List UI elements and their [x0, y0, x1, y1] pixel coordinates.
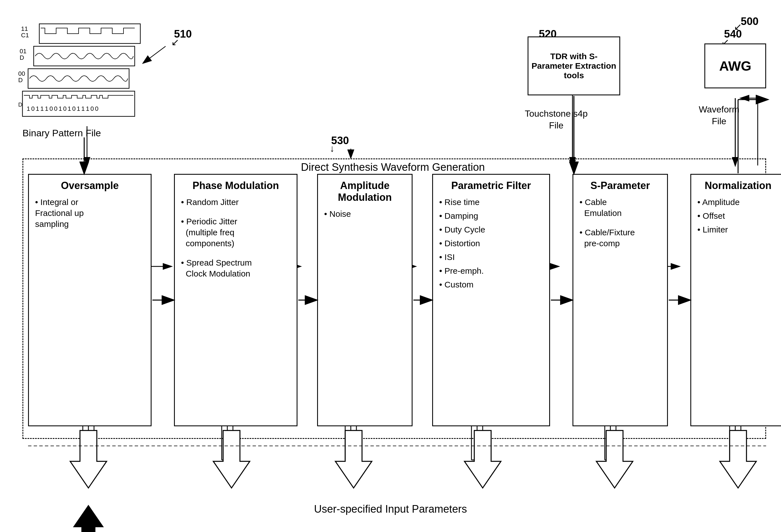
svg-marker-73	[720, 431, 756, 488]
normalization-item-1: • Amplitude	[697, 196, 740, 208]
ref-500: 500	[741, 15, 758, 28]
s-parameter-block: S-Parameter • Cable Emulation • Cable/Fi…	[573, 174, 668, 426]
svg-text:D: D	[18, 77, 23, 84]
parametric-filter-title: Parametric Filter	[439, 180, 543, 191]
oversample-block: Oversample • Integral orFractional upsam…	[28, 174, 152, 426]
s-parameter-title: S-Parameter	[579, 180, 661, 191]
svg-text:00: 00	[18, 70, 25, 77]
svg-marker-72	[597, 431, 633, 488]
phase-mod-item-2: • Periodic Jitter (multiple freq compone…	[181, 216, 237, 249]
amplitude-mod-block: Amplitude Modulation • Noise	[317, 174, 413, 426]
normalization-block: Normalization • Amplitude • Offset • Lim…	[690, 174, 781, 426]
touchstone-label: Touchstone s4pFile	[525, 108, 588, 131]
svg-text:11: 11	[21, 25, 28, 32]
parametric-filter-item-3: • Duty Cycle	[439, 224, 485, 235]
svg-text:1011100101011100: 1011100101011100	[27, 105, 99, 112]
svg-marker-68	[70, 431, 107, 488]
s-parameter-item-1: • Cable Emulation	[579, 196, 622, 218]
parametric-filter-item-1: • Rise time	[439, 196, 480, 208]
awg-label: AWG	[719, 58, 751, 74]
phase-mod-block: Phase Modulation • Random Jitter • Perio…	[174, 174, 297, 426]
tdr-label: TDR with S-Parameter Extraction tools	[531, 52, 617, 80]
amplitude-mod-item-1: • Noise	[324, 208, 351, 219]
svg-marker-69	[213, 431, 250, 488]
normalization-item-2: • Offset	[697, 210, 725, 221]
phase-mod-item-1: • Random Jitter	[181, 196, 239, 208]
awg-box: AWG	[704, 43, 766, 88]
svg-marker-71	[464, 431, 501, 488]
oversample-title: Oversample	[35, 180, 145, 191]
s-parameter-item-2: • Cable/Fixture pre-comp	[579, 227, 635, 249]
parametric-filter-item-4: • Distortion	[439, 238, 480, 249]
diagram-container: 500 ↙ 510 ↙ 520 530 ↓ 540 ↙ 11 C1 01 D 0…	[0, 0, 781, 532]
phase-mod-title: Phase Modulation	[181, 180, 290, 191]
svg-text:C1: C1	[21, 32, 29, 39]
binary-pattern-file-label: Binary Pattern File	[23, 128, 101, 138]
waveform-illustration: 11 C1 01 D 00 D D 1011100101011100	[17, 18, 152, 125]
svg-text:D: D	[18, 101, 22, 108]
direct-synthesis-label: Direct Synthesis Waveform Generation	[253, 161, 533, 173]
svg-rect-54	[23, 91, 135, 117]
normalization-item-3: • Limiter	[697, 224, 728, 235]
parametric-filter-item-5: • ISI	[439, 252, 455, 263]
waveform-file-label: WaveformFile	[699, 104, 739, 127]
svg-text:01: 01	[19, 48, 26, 55]
parametric-filter-item-2: • Damping	[439, 210, 478, 221]
amplitude-mod-title: Amplitude Modulation	[324, 180, 406, 203]
user-params-label: User-specified Input Parameters	[0, 503, 781, 515]
svg-marker-70	[335, 431, 372, 488]
normalization-title: Normalization	[697, 180, 779, 191]
phase-mod-item-3: • Spread Spectrum Clock Modulation	[181, 257, 252, 279]
parametric-filter-block: Parametric Filter • Rise time • Damping …	[432, 174, 550, 426]
tdr-box: TDR with S-Parameter Extraction tools	[528, 37, 620, 95]
oversample-item-1: • Integral orFractional upsampling	[35, 196, 84, 229]
parametric-filter-item-6: • Pre-emph.	[439, 265, 484, 276]
svg-text:D: D	[19, 54, 24, 61]
parametric-filter-item-7: • Custom	[439, 279, 474, 290]
